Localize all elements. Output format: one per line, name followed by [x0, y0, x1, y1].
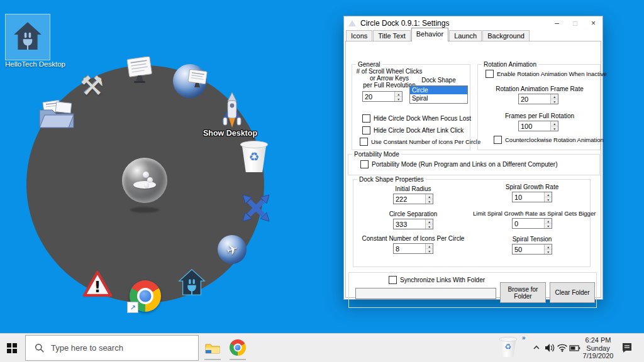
spinner-up-icon[interactable]: ▲	[545, 192, 552, 197]
dock-shape-listbox[interactable]: Circle Spiral	[409, 85, 468, 104]
dock-icon-chrome[interactable]: ↗	[130, 280, 161, 312]
close-button[interactable]: ×	[584, 16, 602, 30]
spinner[interactable]: ▲ ▼	[550, 94, 558, 104]
spinner[interactable]: ▲ ▼	[544, 192, 552, 202]
tab-icons[interactable]: Icons	[346, 30, 372, 41]
toolbar-overflow-chevron[interactable]: »	[522, 334, 526, 341]
limit-spiral-input[interactable]: ▲ ▼	[512, 218, 552, 229]
constant-icons-checkbox[interactable]: Use Constant Number of Icons Per Circle	[360, 138, 480, 146]
tab-background[interactable]: Background	[482, 30, 530, 41]
limit-spiral-value[interactable]	[513, 219, 544, 228]
checkbox-box[interactable]	[494, 136, 502, 144]
spinner-up-icon[interactable]: ▲	[551, 121, 558, 126]
dock-icon-globe-travel[interactable]: ✈	[218, 235, 247, 264]
start-button[interactable]	[7, 343, 17, 353]
clear-folder-button[interactable]: Clear Folder	[550, 282, 595, 303]
initial-radius-input[interactable]: ▲ ▼	[393, 194, 433, 204]
checkbox-box[interactable]	[360, 160, 369, 168]
dock-icon-documents-folder[interactable]	[38, 100, 75, 129]
dock-icon-tools[interactable]: ⚒	[80, 70, 104, 101]
dock-shape-option-circle[interactable]: Circle	[410, 86, 467, 94]
circle-separation-value[interactable]	[394, 219, 425, 229]
dock-icon-hellotech-home[interactable]	[177, 268, 206, 297]
checkbox-box[interactable]	[389, 276, 397, 284]
tab-title-text[interactable]: Title Text	[373, 30, 410, 41]
wifi-icon[interactable]	[557, 343, 567, 354]
spinner[interactable]: ▲ ▼	[544, 244, 552, 254]
spinner-down-icon[interactable]: ▼	[395, 97, 402, 101]
spinner-down-icon[interactable]: ▼	[545, 250, 552, 254]
volume-icon[interactable]	[545, 343, 555, 355]
dock-center-bubble[interactable]	[122, 158, 167, 203]
search-input[interactable]	[50, 343, 198, 353]
spinner-up-icon[interactable]: ▲	[545, 244, 552, 250]
tab-behavior[interactable]: Behavior	[411, 28, 448, 41]
spinner-down-icon[interactable]: ▼	[426, 224, 433, 229]
circle-separation-input[interactable]: ▲ ▼	[393, 219, 433, 229]
checkbox-box[interactable]	[486, 70, 494, 78]
spinner-down-icon[interactable]: ▼	[545, 224, 552, 228]
spiral-growth-input[interactable]: ▲ ▼	[512, 192, 552, 202]
spiral-growth-value[interactable]	[513, 192, 544, 202]
spinner[interactable]: ▲ ▼	[425, 219, 433, 229]
dock-icon-move-arrows[interactable]	[242, 194, 270, 222]
browse-folder-button[interactable]: Browse for Folder	[500, 282, 546, 303]
checkbox-box[interactable]	[362, 126, 370, 134]
spinner-up-icon[interactable]: ▲	[395, 92, 402, 97]
constant-icons-count-input[interactable]: ▲ ▼	[393, 243, 433, 254]
tray-chevron-up-icon[interactable]	[532, 343, 541, 354]
spinner-down-icon[interactable]: ▼	[426, 249, 433, 253]
synchronize-folder-checkbox[interactable]: Synchronize Links With Folder	[389, 276, 485, 284]
spinner-down-icon[interactable]: ▼	[426, 199, 433, 204]
spinner-up-icon[interactable]: ▲	[426, 194, 433, 199]
spinner[interactable]: ▲ ▼	[544, 219, 552, 228]
taskbar-recycle-bin[interactable]: ♻	[499, 337, 517, 357]
counterclockwise-checkbox[interactable]: Counterclockwise Rotation Animation	[494, 136, 604, 144]
constant-icons-count-value[interactable]	[394, 244, 425, 253]
portability-checkbox[interactable]: Portability Mode (Run Program and Links …	[360, 160, 558, 168]
frame-rate-input[interactable]: ▲ ▼	[518, 94, 558, 104]
scroll-clicks-input[interactable]: ▲ ▼	[362, 91, 402, 102]
taskbar-search[interactable]	[25, 335, 199, 361]
frames-per-rotation-value[interactable]	[519, 121, 550, 131]
dock-icon-warning[interactable]: !	[82, 270, 113, 298]
folder-path-input[interactable]	[355, 288, 496, 299]
minimize-button[interactable]: –	[548, 16, 566, 30]
hide-focus-checkbox[interactable]: Hide Circle Dock When Focus Lost	[362, 114, 471, 123]
spinner[interactable]: ▲ ▼	[394, 92, 402, 101]
checkbox-box[interactable]	[360, 138, 368, 146]
desktop-icon-hellotech[interactable]	[5, 14, 50, 60]
checkbox-box[interactable]	[362, 114, 370, 123]
frames-per-rotation-input[interactable]: ▲ ▼	[518, 121, 558, 131]
initial-radius-value[interactable]	[394, 194, 425, 204]
spinner-down-icon[interactable]: ▼	[545, 197, 552, 202]
dock-icon-rocket-show-desktop[interactable]	[219, 92, 245, 129]
spinner[interactable]: ▲ ▼	[550, 121, 558, 131]
dock-icon-recycle-bin[interactable]: ♻	[240, 141, 268, 172]
spinner-up-icon[interactable]: ▲	[426, 219, 433, 224]
spiral-tension-value[interactable]	[513, 244, 544, 254]
maximize-button[interactable]: □	[566, 16, 584, 30]
dock-icon-monitor[interactable]	[125, 57, 154, 84]
title-bar[interactable]: Circle Dock 0.9.1: Settings – □ ×	[344, 16, 602, 30]
spinner-up-icon[interactable]: ▲	[551, 94, 558, 99]
spinner[interactable]: ▲ ▼	[425, 194, 433, 204]
frame-rate-value[interactable]	[519, 94, 550, 104]
action-center-icon[interactable]	[621, 343, 633, 356]
taskbar-file-explorer[interactable]	[204, 339, 221, 356]
spinner[interactable]: ▲ ▼	[425, 244, 433, 253]
enable-rotation-checkbox[interactable]: Enable Rotation Animation When Inactive	[486, 70, 607, 78]
dock-shape-option-spiral[interactable]: Spiral	[410, 94, 467, 102]
windows-logo-icon	[13, 343, 17, 348]
spinner-down-icon[interactable]: ▼	[551, 126, 558, 131]
spiral-tension-input[interactable]: ▲ ▼	[512, 244, 552, 255]
spinner-down-icon[interactable]: ▼	[551, 99, 558, 104]
hide-link-click-checkbox[interactable]: Hide Circle Dock After Link Click	[362, 126, 464, 134]
scroll-clicks-value[interactable]	[363, 92, 394, 101]
tab-launch[interactable]: Launch	[449, 30, 482, 41]
spinner-up-icon[interactable]: ▲	[426, 244, 433, 249]
taskbar-clock[interactable]: 6:24 PM Sunday 7/19/2020	[579, 336, 618, 360]
dock-icon-globe-monitor[interactable]	[173, 64, 207, 98]
spinner-up-icon[interactable]: ▲	[545, 219, 552, 224]
taskbar-chrome[interactable]	[230, 339, 246, 356]
